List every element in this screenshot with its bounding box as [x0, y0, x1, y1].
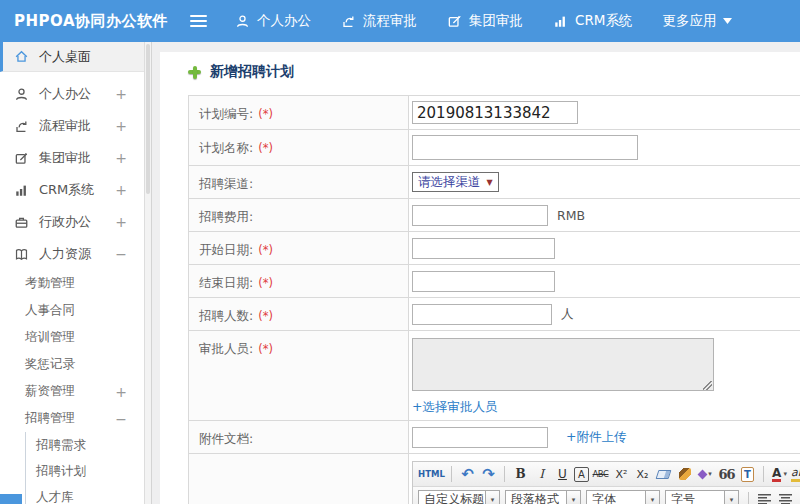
- redo-button[interactable]: ↷: [479, 465, 498, 484]
- format-brush-button[interactable]: [675, 465, 694, 484]
- strikethrough-button[interactable]: ABC: [591, 465, 610, 484]
- sidebar-item-workflow-approval[interactable]: 流程审批 +: [0, 110, 151, 142]
- end-date-input[interactable]: [412, 271, 555, 292]
- sidebar-item-personal-office[interactable]: 个人办公 +: [0, 78, 151, 110]
- expand-icon[interactable]: +: [115, 214, 127, 230]
- attachment-input[interactable]: [412, 427, 548, 448]
- nav-label: 流程审批: [363, 12, 417, 30]
- flow-icon: [14, 119, 29, 134]
- headcount-input[interactable]: [412, 304, 552, 325]
- sidebar-item-group-approval[interactable]: 集团审批 +: [0, 142, 151, 174]
- collapse-icon[interactable]: −: [115, 411, 127, 427]
- expand-icon[interactable]: +: [115, 182, 127, 198]
- sidebar-item-recruit-demand[interactable]: 招聘需求: [26, 432, 151, 458]
- sidebar-item-desktop[interactable]: 个人桌面: [0, 42, 151, 72]
- nav-label: CRM系统: [575, 12, 632, 30]
- app-logo[interactable]: PHPOA协同办公软件: [0, 12, 172, 31]
- nav-label: 更多应用: [662, 12, 716, 30]
- sidebar-scrollbar[interactable]: [144, 42, 151, 504]
- sidebar-item-recruit-plan[interactable]: 招聘计划: [26, 458, 151, 484]
- expand-icon[interactable]: +: [115, 86, 127, 102]
- sidebar-item-label: CRM系统: [39, 181, 94, 199]
- sidebar-item-crm[interactable]: CRM系统 +: [0, 174, 151, 206]
- nav-group-approval[interactable]: 集团审批: [447, 12, 523, 30]
- nav-more-apps[interactable]: 更多应用: [662, 12, 732, 30]
- undo-button[interactable]: ↶: [458, 465, 477, 484]
- custom-title-select[interactable]: 自定义标题▾: [418, 490, 500, 504]
- form-row-content-editor: HTML ↶ ↷ B I U A ABC X²: [189, 454, 800, 504]
- eraser-button[interactable]: [654, 465, 673, 484]
- sidebar-item-training[interactable]: 培训管理: [0, 324, 151, 351]
- edit-icon: [14, 151, 29, 166]
- font-color-button[interactable]: A▾: [770, 465, 789, 484]
- top-header: PHPOA协同办公软件 个人办公 流程审批 集团审批 CRM系统 更多应用: [0, 0, 800, 42]
- menu-toggle-icon[interactable]: [190, 12, 207, 30]
- auto-typeset-button[interactable]: ▾: [696, 465, 715, 484]
- font-size-select[interactable]: 字号▾: [665, 490, 739, 504]
- html-source-button[interactable]: HTML: [418, 465, 445, 484]
- form-row-approvers: 审批人员:(*) +选择审批人员: [189, 331, 800, 421]
- sidebar-item-recruit-mgmt[interactable]: 招聘管理 −: [0, 405, 151, 432]
- sidebar-item-hr-contract[interactable]: 人事合同: [0, 297, 151, 324]
- flow-icon: [341, 14, 356, 29]
- font-border-button[interactable]: A: [574, 467, 589, 482]
- superscript-button[interactable]: X²: [612, 465, 631, 484]
- sidebar-item-talent-pool[interactable]: 人才库: [26, 484, 151, 504]
- sidebar-item-attendance[interactable]: 考勤管理: [0, 270, 151, 297]
- nav-crm-system[interactable]: CRM系统: [553, 12, 632, 30]
- main-area: 新增招聘计划 计划编号:(*) 计划名称:(*): [152, 42, 800, 504]
- caret-down-icon: ▾: [645, 491, 659, 504]
- channel-label: 招聘渠道:: [199, 176, 253, 191]
- resize-handle-icon[interactable]: [703, 381, 712, 390]
- sidebar-item-label: 个人桌面: [39, 48, 91, 66]
- nav-label: 个人办公: [257, 12, 311, 30]
- font-color-icon: A: [772, 467, 781, 482]
- sidebar-item-rewards[interactable]: 奖惩记录: [0, 351, 151, 378]
- sidebar-item-label: 奖惩记录: [25, 356, 75, 373]
- underline-button[interactable]: U: [553, 465, 572, 484]
- nav-personal-office[interactable]: 个人办公: [235, 12, 311, 30]
- format-brush-icon: [679, 468, 691, 480]
- align-left-button[interactable]: [755, 490, 774, 504]
- scrollbar-thumb[interactable]: [146, 44, 150, 194]
- start-date-input[interactable]: [412, 238, 555, 259]
- bold-button[interactable]: B: [511, 465, 530, 484]
- caret-down-icon: ▾: [566, 491, 580, 504]
- expand-icon[interactable]: +: [115, 150, 127, 166]
- italic-button[interactable]: I: [532, 465, 551, 484]
- highlight-color-button[interactable]: ab▾: [791, 465, 800, 484]
- subscript-button[interactable]: X₂: [633, 465, 652, 484]
- plan-name-input[interactable]: [412, 135, 638, 160]
- approvers-label: 审批人员:: [199, 341, 253, 356]
- highlight-color-icon: ab: [791, 467, 800, 482]
- channel-select[interactable]: 请选择渠道 ▼: [412, 172, 499, 192]
- choose-approvers-link[interactable]: +选择审批人员: [412, 399, 497, 416]
- sidebar-item-hr[interactable]: 人力资源 −: [0, 238, 151, 270]
- sidebar-corner-button[interactable]: [0, 494, 22, 504]
- page-title: 新增招聘计划: [160, 52, 800, 81]
- sidebar-item-admin-office[interactable]: 行政办公 +: [0, 206, 151, 238]
- sidebar-item-salary[interactable]: 薪资管理 +: [0, 378, 151, 405]
- plan-no-label: 计划编号:: [199, 106, 253, 121]
- eraser-icon: [656, 470, 672, 479]
- expand-icon[interactable]: +: [115, 384, 127, 400]
- required-mark: (*): [258, 276, 273, 290]
- font-family-select[interactable]: 字体▾: [586, 490, 660, 504]
- blockquote-button[interactable]: 66: [717, 465, 736, 484]
- expand-icon[interactable]: +: [115, 118, 127, 134]
- required-mark: (*): [258, 141, 273, 155]
- book-icon: [14, 247, 29, 262]
- approvers-textarea[interactable]: [412, 338, 714, 391]
- recruit-submenu: 招聘需求 招聘计划 人才库: [25, 432, 151, 504]
- attachment-upload-link[interactable]: +附件上传: [566, 429, 626, 446]
- nav-workflow-approval[interactable]: 流程审批: [341, 12, 417, 30]
- required-mark: (*): [258, 107, 273, 121]
- fee-input[interactable]: [412, 205, 548, 226]
- fee-label: 招聘费用:: [199, 209, 253, 224]
- paragraph-format-select[interactable]: 段落格式▾: [505, 490, 581, 504]
- paste-text-button[interactable]: T: [738, 465, 757, 484]
- plan-no-input[interactable]: [412, 101, 578, 124]
- required-mark: (*): [258, 342, 273, 356]
- align-center-button[interactable]: [776, 490, 795, 504]
- collapse-icon[interactable]: −: [115, 246, 127, 262]
